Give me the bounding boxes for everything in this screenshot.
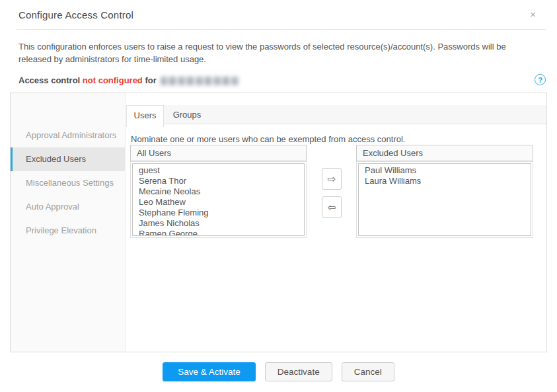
all-users-option[interactable]: Leo Mathew [139,197,304,208]
sidebar-item[interactable]: Miscellaneous Settings [11,171,125,195]
dialog-description: This configuration enforces users to rai… [19,41,534,66]
access-status-value: not configured [83,75,143,85]
save-activate-button[interactable]: Save & Activate [163,362,256,381]
move-left-button[interactable]: ⇦ [322,196,342,218]
sidebar-item[interactable]: Excluded Users [11,147,125,171]
access-status-prefix: Access control [19,75,80,85]
all-users-option[interactable]: Ramen George [139,229,304,236]
arrow-right-icon: ⇨ [328,173,336,185]
all-users-option[interactable]: Serena Thor [139,176,304,186]
close-icon[interactable]: × [530,9,536,19]
help-icon[interactable]: ? [535,74,546,85]
tab-content-area: Users Groups Nominate one or more users … [126,93,546,352]
deactivate-button[interactable]: Deactivate [265,362,332,381]
footer-button-bar: Save & Activate Deactivate Cancel [0,362,557,381]
excluded-users-listbox: Paul WilliamsLaura Williams [356,161,533,238]
sidebar-item-list: Approval AdministratorsExcluded UsersMis… [11,124,125,243]
sidebar-item[interactable]: Auto Approval [11,195,125,219]
tab-strip: Users Groups [126,105,546,124]
all-users-listbox: guestSerena ThorMecaine NeolasLeo Mathew… [130,161,307,238]
sidebar-item[interactable]: Privilege Elevation [11,219,125,243]
all-users-option[interactable]: guest [139,165,304,176]
access-status-suffix: for [145,75,156,85]
tab-users[interactable]: Users [126,105,164,127]
access-control-panel: Approval AdministratorsExcluded UsersMis… [10,93,547,352]
access-control-status-line: Access control not configured for [19,75,239,85]
move-right-button[interactable]: ⇨ [322,168,342,190]
all-users-option[interactable]: Stephane Fleming [139,208,304,218]
excluded-users-option[interactable]: Paul Williams [365,165,531,176]
tab-groups[interactable]: Groups [164,105,210,127]
all-users-option[interactable]: James Nicholas [139,218,304,229]
excluded-users-list[interactable]: Paul WilliamsLaura Williams [358,163,531,236]
page-title: Configure Access Control [19,9,133,20]
all-users-option[interactable]: Mecaine Neolas [139,186,304,197]
arrow-left-icon: ⇦ [328,202,336,214]
sidebar-item[interactable]: Approval Administrators [11,124,125,147]
excluded-users-header: Excluded Users [356,145,533,161]
all-users-header: All Users [130,145,307,161]
instruction-text: Nominate one or more users who can be ex… [131,134,405,144]
title-divider [17,29,546,30]
settings-sidebar: Approval AdministratorsExcluded UsersMis… [11,93,126,352]
redacted-resource-name [161,77,239,85]
cancel-button[interactable]: Cancel [342,362,394,381]
all-users-list[interactable]: guestSerena ThorMecaine NeolasLeo Mathew… [132,163,305,236]
excluded-users-option[interactable]: Laura Williams [365,176,531,186]
